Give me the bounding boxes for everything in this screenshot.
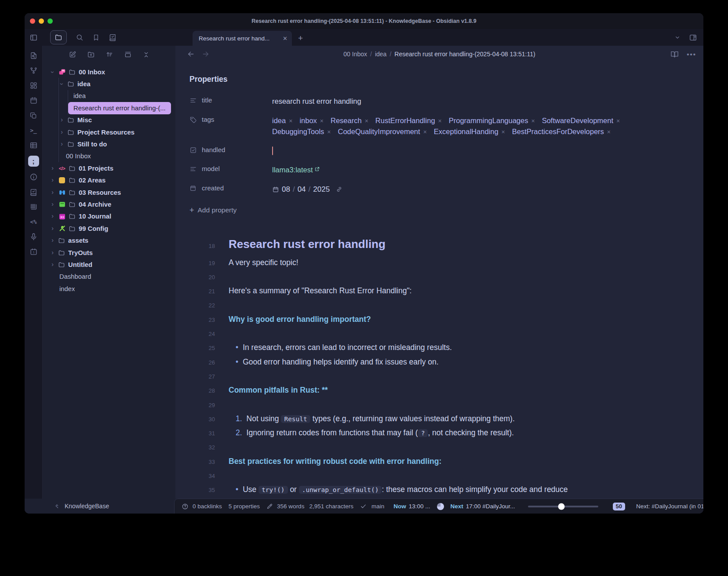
- auto-reveal-icon[interactable]: [124, 51, 132, 58]
- remove-tag-icon[interactable]: ×: [502, 128, 505, 135]
- breadcrumb-item[interactable]: 00 Inbox: [343, 51, 367, 58]
- model-link[interactable]: llama3:latest: [272, 164, 320, 176]
- properties-count[interactable]: 5 properties: [229, 503, 260, 510]
- calendar-icon[interactable]: [28, 96, 39, 105]
- tree-folder[interactable]: ›99 Config: [50, 222, 171, 234]
- tree-folder[interactable]: ›Still to do: [59, 138, 171, 150]
- chevron-right-icon[interactable]: ›: [50, 237, 55, 243]
- created-date[interactable]: 08/04/2025: [272, 184, 342, 195]
- editor-line[interactable]: 312.Ignoring return codes from functions…: [189, 426, 703, 440]
- tree-folder[interactable]: ›00 Inbox: [50, 66, 171, 78]
- editor-line[interactable]: 22: [189, 298, 703, 312]
- remove-tag-icon[interactable]: ×: [289, 117, 292, 124]
- chevron-right-icon[interactable]: ›: [59, 117, 65, 123]
- chevron-right-icon[interactable]: ›: [50, 165, 55, 171]
- property-label[interactable]: model: [202, 164, 272, 172]
- help-icon[interactable]: [182, 503, 189, 510]
- chevron-right-icon[interactable]: ›: [50, 249, 55, 255]
- tab-active[interactable]: Research rust error hand... ✕: [193, 31, 292, 46]
- breadcrumb-item[interactable]: idea: [375, 51, 386, 58]
- microphone-icon[interactable]: [28, 232, 39, 241]
- tree-file[interactable]: Dashboard: [50, 271, 171, 283]
- logs-icon[interactable]: [28, 202, 39, 211]
- layout-grid-icon[interactable]: [28, 81, 39, 90]
- table-icon[interactable]: [28, 141, 39, 150]
- remove-tag-icon[interactable]: ×: [607, 128, 611, 135]
- tree-folder[interactable]: ›assets: [50, 234, 171, 246]
- chevron-right-icon[interactable]: ›: [50, 261, 55, 267]
- editor-line[interactable]: 23Why is good error handling important?: [189, 313, 703, 327]
- tab-list-chevron-icon[interactable]: [674, 34, 681, 41]
- tree-folder[interactable]: ›idea: [59, 78, 171, 90]
- editor-line[interactable]: 19A very specific topic!: [189, 256, 703, 270]
- editor-line[interactable]: 32: [189, 440, 703, 454]
- tree-file[interactable]: Research rust error handling-(...: [68, 102, 171, 114]
- remove-tag-icon[interactable]: ×: [365, 117, 368, 124]
- tag-pill[interactable]: Research×: [331, 115, 368, 127]
- tag-pill[interactable]: SoftwareDevelopment×: [542, 115, 620, 127]
- file-search-icon[interactable]: [28, 51, 39, 60]
- tree-folder[interactable]: ›Misc: [59, 114, 171, 126]
- vault-switcher[interactable]: KnowledgeBase: [25, 499, 174, 514]
- chevron-right-icon[interactable]: ›: [50, 225, 55, 231]
- chevron-down-icon[interactable]: ›: [50, 69, 56, 75]
- info-icon[interactable]: [28, 172, 39, 182]
- toggle-left-sidebar-icon[interactable]: [29, 33, 38, 42]
- tree-file[interactable]: 00 Inbox: [59, 150, 171, 162]
- graph-icon[interactable]: [28, 66, 39, 75]
- toggle-right-sidebar-icon[interactable]: [689, 33, 697, 42]
- tree-folder[interactable]: ›Untitled: [50, 259, 171, 270]
- editor-line[interactable]: 26•Good error handling helps identify an…: [189, 355, 703, 369]
- tag-pill[interactable]: ProgrammingLanguages×: [449, 115, 535, 127]
- remove-tag-icon[interactable]: ×: [616, 117, 620, 124]
- property-value[interactable]: llama3:latest: [272, 164, 659, 176]
- tag-pill[interactable]: ExceptionalHanding×: [434, 126, 505, 138]
- tag-pill[interactable]: DebuggingTools×: [272, 126, 331, 138]
- editor-line[interactable]: 29: [189, 398, 703, 412]
- remove-tag-icon[interactable]: ×: [327, 128, 331, 135]
- editor-line[interactable]: 301.Not using Result types (e.g., return…: [189, 412, 703, 426]
- editor-line[interactable]: 34: [189, 469, 703, 483]
- tree-folder[interactable]: ›Project Resources: [59, 126, 171, 138]
- chevron-down-icon[interactable]: ›: [59, 81, 65, 87]
- tree-folder[interactable]: ›03 Resources: [50, 186, 171, 198]
- new-tab-button[interactable]: +: [298, 33, 303, 43]
- word-count[interactable]: 356 words: [277, 503, 304, 510]
- editor-line[interactable]: 20: [189, 270, 703, 284]
- handled-checkbox[interactable]: [272, 146, 273, 155]
- tag-pill[interactable]: inbox×: [299, 115, 324, 127]
- tag-pill[interactable]: CodeQualityImprovement×: [338, 126, 427, 138]
- remove-tag-icon[interactable]: ×: [320, 117, 324, 124]
- editor-line[interactable]: 33Best practices for writing robust code…: [189, 455, 703, 469]
- tree-folder[interactable]: ›TryOuts: [50, 247, 171, 259]
- editor-line[interactable]: 27: [189, 369, 703, 383]
- journal-icon[interactable]: 1: [28, 247, 39, 256]
- templater-icon[interactable]: <%: [28, 217, 39, 226]
- linter-icon[interactable]: ;: [28, 156, 39, 167]
- tree-file[interactable]: index: [50, 283, 171, 295]
- chevron-right-icon[interactable]: ›: [50, 177, 55, 183]
- collapse-all-icon[interactable]: [142, 51, 150, 58]
- editor-line[interactable]: 28Common pitfalls in Rust: **: [189, 383, 703, 397]
- chevron-right-icon[interactable]: ›: [59, 129, 65, 135]
- git-branch[interactable]: main: [371, 503, 384, 510]
- property-label[interactable]: title: [202, 96, 272, 104]
- book-check-tab-icon[interactable]: [109, 33, 116, 41]
- tree-folder[interactable]: ›02 Areas: [50, 175, 171, 186]
- new-note-icon[interactable]: [69, 51, 76, 58]
- editor-line[interactable]: 35•Use try!() or .unwrap_or_default(): t…: [189, 483, 703, 497]
- property-value[interactable]: [272, 146, 659, 157]
- character-count[interactable]: 2,951 characters: [309, 503, 353, 510]
- property-value[interactable]: research rust error handling: [272, 96, 659, 107]
- breadcrumb-item-current[interactable]: Research rust error handling-(2025-04-08…: [394, 51, 535, 58]
- sort-order-icon[interactable]: [106, 51, 113, 58]
- backlinks-count[interactable]: 0 backlinks: [193, 503, 222, 510]
- new-folder-icon[interactable]: [87, 51, 95, 58]
- chevron-right-icon[interactable]: ›: [59, 141, 65, 147]
- tab-close-icon[interactable]: ✕: [283, 35, 288, 42]
- status-slider[interactable]: [528, 506, 598, 507]
- remove-tag-icon[interactable]: ×: [423, 128, 427, 135]
- property-value[interactable]: idea×inbox×Research×RustErrorHandling×Pr…: [272, 115, 659, 138]
- terminal-icon[interactable]: >_: [28, 126, 39, 135]
- property-label[interactable]: tags: [202, 115, 272, 123]
